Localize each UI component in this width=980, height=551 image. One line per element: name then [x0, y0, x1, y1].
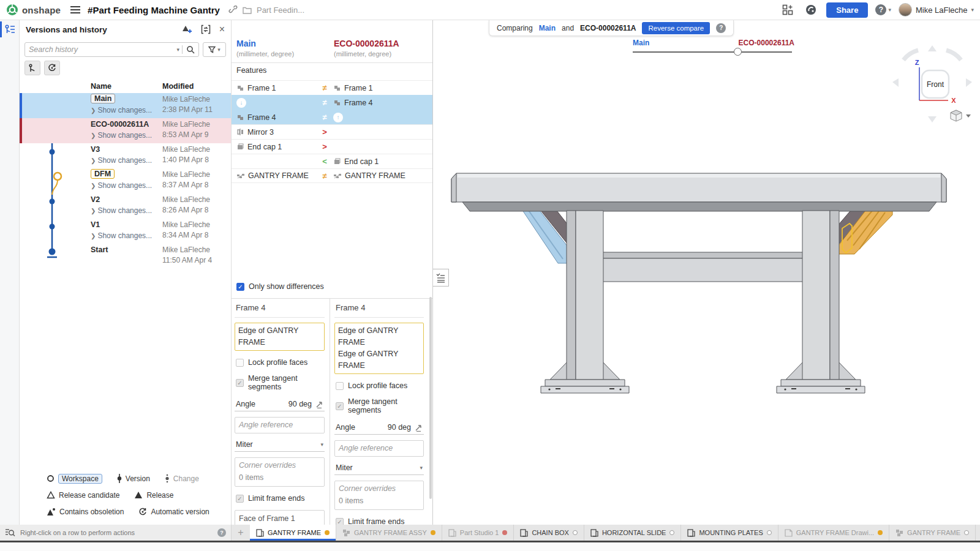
- filter-button[interactable]: ▾: [203, 42, 226, 57]
- folder-name[interactable]: Part Feedin...: [257, 6, 304, 15]
- tab-horizontal-slide[interactable]: HORIZONTAL SLIDE: [584, 525, 682, 541]
- merge-tangent-segments-row[interactable]: ✓ Merge tangent segments: [336, 397, 424, 414]
- slider-track[interactable]: [633, 51, 792, 53]
- workspace-chip-main[interactable]: Main: [91, 94, 115, 103]
- compare-versions-icon[interactable]: [201, 24, 211, 34]
- limit-frame-ends-checkbox[interactable]: ✓: [336, 518, 344, 525]
- row-name[interactable]: V1: [91, 220, 100, 229]
- only-show-differences[interactable]: ✓ Only show differences: [236, 282, 324, 291]
- feature-row-frame1[interactable]: Frame 1 ≠ Frame 1: [232, 80, 433, 95]
- history-row-main[interactable]: Main ❯Show changes... Mike LaFleche 2:38…: [20, 93, 232, 118]
- tab-mounting-plates[interactable]: MOUNTING PLATES: [681, 525, 778, 541]
- view-cube[interactable]: Front Z X: [886, 42, 978, 127]
- show-changes-link[interactable]: ❯Show changes...: [91, 106, 152, 114]
- reverse-compare-button[interactable]: Reverse compare: [642, 22, 710, 34]
- merge-tangent-checkbox[interactable]: ✓: [336, 402, 344, 410]
- tab-chain-box[interactable]: CHAIN BOX: [514, 525, 584, 541]
- versions-panel-toggle[interactable]: [0, 20, 20, 39]
- history-row-v3[interactable]: V3 ❯Show changes... Mike LaFleche 1:40 P…: [20, 143, 232, 168]
- help-menu[interactable]: ? ▾: [875, 4, 891, 15]
- configure-variable-icon[interactable]: [415, 424, 423, 432]
- tab-gantry-frame-2[interactable]: GANTRY FRAME: [889, 525, 976, 541]
- history-row-eco[interactable]: ECO-00002611A ❯Show changes... Mike LaFl…: [20, 118, 232, 143]
- user-avatar[interactable]: [899, 3, 912, 17]
- feature-list-flyout-toggle[interactable]: [433, 269, 449, 287]
- hamburger-menu-icon[interactable]: [70, 6, 80, 14]
- configure-variable-icon[interactable]: [315, 400, 323, 408]
- limit-frame-ends-checkbox[interactable]: ✓: [236, 495, 244, 503]
- selection-list[interactable]: Edge of GANTRY FRAME: [235, 323, 325, 351]
- angle-reference-input[interactable]: Angle reference: [334, 440, 424, 457]
- only-show-differences-checkbox[interactable]: ✓: [236, 283, 244, 291]
- limit-faces-list[interactable]: Face of Frame 1 Face of Frame 1 Face of …: [235, 510, 325, 525]
- help-icon[interactable]: ?: [875, 4, 886, 15]
- search-icon[interactable]: [182, 45, 195, 54]
- row-name[interactable]: V3: [91, 145, 100, 154]
- feature-row-gantry-frame[interactable]: GANTRY FRAME ≠ GANTRY FRAME: [232, 168, 433, 183]
- onshape-logo[interactable]: onshape: [6, 4, 61, 16]
- corner-overrides-box[interactable]: Corner overrides 0 items: [235, 457, 325, 487]
- lock-profile-faces-checkbox[interactable]: [236, 359, 244, 367]
- view-mode-caret-icon[interactable]: [966, 114, 971, 118]
- selection-list[interactable]: Edge of GANTRY FRAME Edge of GANTRY FRAM…: [334, 323, 424, 374]
- tab-gantry-frame-drawing[interactable]: GANTRY FRAME Drawi...: [778, 525, 889, 541]
- tab-part-studio-1[interactable]: Part Studio 1: [442, 525, 514, 541]
- show-changes-link[interactable]: ❯Show changes...: [91, 156, 152, 165]
- feature-row-endcap-left[interactable]: End cap 1 >: [232, 139, 433, 154]
- learning-center-icon[interactable]: [805, 4, 816, 15]
- workspace-chip-dfm[interactable]: DFM: [91, 169, 115, 179]
- status-help-icon[interactable]: ?: [217, 528, 226, 537]
- comparing-left-link[interactable]: Main: [539, 24, 556, 32]
- corner-type-dropdown[interactable]: Miter ▾: [334, 462, 424, 475]
- compare-left-title[interactable]: Main: [236, 39, 256, 48]
- merge-tangent-segments-row[interactable]: ✓ Merge tangent segments: [236, 374, 325, 391]
- apps-grid-icon[interactable]: [782, 4, 793, 15]
- show-changes-toggle[interactable]: [44, 61, 60, 75]
- view-cube-face-label[interactable]: Front: [927, 80, 944, 89]
- share-button[interactable]: Share: [826, 2, 868, 18]
- copy-link-icon[interactable]: [228, 6, 238, 15]
- history-row-start[interactable]: Start Mike LaFleche 11:50 AM Apr 4: [20, 244, 232, 269]
- comparing-right-link[interactable]: ECO-00002611A: [580, 24, 636, 32]
- angle-field[interactable]: Angle 90 deg: [235, 399, 325, 411]
- row-name[interactable]: V2: [91, 195, 100, 204]
- history-row-v2[interactable]: V2 ❯Show changes... Mike LaFleche 8:26 A…: [20, 193, 232, 219]
- limit-frame-ends-row[interactable]: ✓ Limit frame ends: [236, 494, 325, 503]
- feature-row-moved-down[interactable]: ↓ ≠ Frame 4: [232, 95, 433, 110]
- lock-profile-faces-row[interactable]: Lock profile faces: [336, 381, 424, 390]
- tab-gantry-frame-assy[interactable]: GANTRY FRAME ASSY: [336, 525, 442, 541]
- feature-row-moved-up[interactable]: Frame 4 ≠ ↑: [232, 110, 433, 124]
- graphics-viewport[interactable]: Comparing Main and ECO-00002611A Reverse…: [433, 20, 980, 525]
- show-changes-link[interactable]: ❯Show changes...: [91, 231, 152, 240]
- lock-profile-faces-checkbox[interactable]: [336, 382, 344, 390]
- show-branches-toggle[interactable]: [24, 61, 40, 75]
- angle-reference-input[interactable]: Angle reference: [235, 417, 325, 433]
- compare-right-title[interactable]: ECO-00002611A: [334, 39, 399, 48]
- search-history-input[interactable]: Search history ▾: [24, 42, 199, 57]
- slider-right-label[interactable]: ECO-00002611A: [739, 39, 794, 47]
- history-row-v1[interactable]: V1 ❯Show changes... Mike LaFleche 8:34 A…: [20, 219, 232, 244]
- row-name[interactable]: Start: [91, 246, 108, 254]
- compare-help-icon[interactable]: ?: [716, 23, 726, 33]
- user-menu[interactable]: Mike LaFleche ▾: [899, 3, 974, 17]
- row-name[interactable]: ECO-00002611A: [91, 120, 149, 129]
- angle-field[interactable]: Angle 90 deg: [334, 422, 424, 435]
- limit-frame-ends-row[interactable]: ✓ Limit frame ends: [336, 517, 424, 525]
- show-changes-link[interactable]: ❯Show changes...: [91, 206, 152, 215]
- show-changes-link[interactable]: ❯Show changes...: [91, 181, 152, 190]
- corner-type-dropdown[interactable]: Miter ▾: [235, 439, 325, 452]
- add-tab-button[interactable]: +: [232, 525, 250, 541]
- lock-profile-faces-row[interactable]: Lock profile faces: [236, 358, 325, 367]
- slider-left-label[interactable]: Main: [633, 39, 649, 47]
- view-mode-cube-icon[interactable]: [951, 110, 962, 121]
- close-panel-icon[interactable]: ×: [219, 24, 225, 34]
- search-caret-icon[interactable]: ▾: [176, 47, 179, 53]
- show-changes-link[interactable]: ❯Show changes...: [91, 131, 152, 140]
- feature-row-mirror3[interactable]: Mirror 3 >: [232, 124, 433, 139]
- corner-overrides-box[interactable]: Corner overrides 0 items: [334, 481, 424, 510]
- feature-row-endcap-right[interactable]: < End cap 1: [232, 154, 433, 168]
- tab-gantry-frame[interactable]: GANTRY FRAME: [250, 525, 336, 541]
- history-row-dfm[interactable]: DFM ❯Show changes... Mike LaFleche 8:37 …: [20, 168, 232, 193]
- search-feature-list-icon[interactable]: [5, 528, 15, 538]
- details-scrollbar[interactable]: [429, 297, 432, 499]
